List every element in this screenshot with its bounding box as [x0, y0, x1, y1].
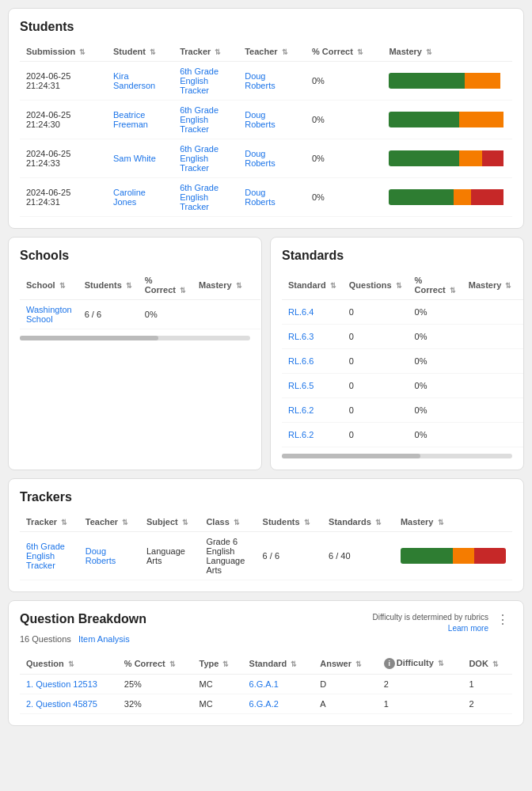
teacher-cell[interactable]: Doug Roberts: [79, 532, 140, 580]
mastery-green: [389, 112, 459, 127]
col-teacher: Teacher ⇅: [238, 42, 306, 62]
mastery-bar: [469, 354, 524, 368]
sort-icon: ⇅: [330, 282, 336, 290]
student-cell[interactable]: Caroline Jones: [107, 178, 173, 217]
table-row: 6th Grade English Tracker Doug Roberts L…: [20, 532, 512, 580]
col-pct-correct: % Correct ⇅: [118, 653, 193, 675]
standard-cell[interactable]: RL.6.2: [282, 423, 343, 447]
standard-cell[interactable]: RL.6.6: [282, 349, 343, 374]
standard-cell[interactable]: RL.6.4: [282, 300, 343, 325]
mastery-cell: [462, 325, 524, 349]
mastery-bar: [199, 307, 254, 321]
mastery-green: [389, 73, 465, 89]
scrollbar-track[interactable]: [282, 454, 512, 458]
trackers-table: Tracker ⇅ Teacher ⇅ Subject ⇅ Class ⇅ St…: [20, 512, 512, 580]
school-cell[interactable]: Washington School: [20, 300, 78, 329]
qb-subtitle: 16 Questions Item Analysis: [20, 634, 146, 644]
mastery-cell: [462, 374, 524, 398]
item-analysis-link[interactable]: Item Analysis: [78, 634, 130, 644]
mastery-orange: [459, 150, 483, 166]
student-cell[interactable]: Kira Sanderson: [107, 62, 173, 101]
dok-cell: 2: [462, 694, 512, 714]
standard-cell[interactable]: RL.6.2: [282, 398, 343, 423]
tracker-cell[interactable]: 6th Grade English Tracker: [173, 139, 238, 178]
scrollbar-track[interactable]: [20, 336, 250, 340]
teacher-cell[interactable]: Doug Roberts: [238, 139, 306, 178]
mastery-bar: [469, 403, 524, 417]
mastery-bar: [469, 428, 524, 442]
dok-cell: 1: [462, 675, 512, 694]
scrollbar-thumb: [20, 336, 158, 340]
sort-icon: ⇅: [450, 287, 456, 295]
pct-correct-cell: 0%: [139, 300, 192, 329]
teacher-cell[interactable]: Doug Roberts: [238, 178, 306, 217]
col-school: School ⇅: [20, 271, 78, 300]
teacher-cell[interactable]: Doug Roberts: [238, 101, 306, 139]
mastery-bar: [389, 112, 506, 127]
student-cell[interactable]: Beatrice Freeman: [107, 101, 173, 139]
tracker-cell[interactable]: 6th Grade English Tracker: [20, 532, 79, 580]
diff-learn-more[interactable]: Learn more: [372, 623, 488, 634]
table-row: 1. Question 12513 25% MC 6.G.A.1 D 2 1: [20, 675, 512, 694]
pct-correct-cell: 25%: [118, 675, 193, 694]
trackers-card: Trackers Tracker ⇅ Teacher ⇅ Subject ⇅ C…: [8, 478, 524, 592]
col-mastery: Mastery ⇅: [462, 271, 524, 300]
sort-icon: ⇅: [150, 48, 156, 56]
mastery-red: [471, 189, 504, 205]
col-submission: Submission ⇅: [20, 42, 107, 62]
pct-correct-cell: 0%: [408, 423, 462, 447]
schools-title: Schools: [20, 249, 250, 263]
qb-title: Question Breakdown: [20, 612, 146, 626]
mastery-cell: [192, 300, 260, 329]
standard-cell[interactable]: RL.6.5: [282, 374, 343, 398]
mastery-cell: [394, 532, 512, 580]
tracker-cell[interactable]: 6th Grade English Tracker: [173, 178, 238, 217]
difficulty-cell: 1: [378, 694, 463, 714]
sort-icon: ⇅: [375, 519, 382, 527]
sort-icon: ⇅: [438, 519, 444, 527]
sort-icon: ⇅: [492, 660, 499, 668]
sort-icon: ⇅: [182, 519, 188, 527]
more-options-button[interactable]: ⋮: [493, 612, 512, 627]
student-cell[interactable]: Sam White: [107, 139, 173, 178]
tracker-cell[interactable]: 6th Grade English Tracker: [173, 101, 238, 139]
difficulty-note: Difficulty is determined by rubrics Lear…: [372, 612, 488, 634]
sort-icon: ⇅: [426, 48, 432, 56]
mastery-cell: [462, 398, 524, 423]
teacher-cell[interactable]: Doug Roberts: [238, 62, 306, 101]
sort-icon: ⇅: [304, 519, 310, 527]
standard-cell[interactable]: RL.6.3: [282, 325, 343, 349]
standard-cell[interactable]: 6.G.A.2: [243, 694, 314, 714]
mastery-green: [469, 329, 524, 344]
students-table: Submission ⇅ Student ⇅ Tracker ⇅ Teacher…: [20, 42, 512, 217]
schools-card: Schools School ⇅ Students ⇅ %Correct ⇅ M…: [8, 237, 262, 470]
scrollbar-thumb: [282, 454, 420, 458]
pct-correct-cell: 0%: [306, 139, 382, 178]
questions-cell: 0: [343, 423, 408, 447]
table-row: RL.6.4 0 0%: [282, 300, 524, 325]
table-row: 2024-06-25 21:24:33 Sam White 6th Grade …: [20, 139, 512, 178]
tracker-cell[interactable]: 6th Grade English Tracker: [173, 62, 238, 101]
students-title: Students: [20, 20, 512, 34]
question-cell[interactable]: 2. Question 45875: [20, 694, 118, 714]
mastery-cell: [462, 423, 524, 447]
sort-icon: ⇅: [282, 48, 288, 56]
pct-correct-cell: 32%: [118, 694, 193, 714]
subject-cell: Language Arts: [140, 532, 200, 580]
col-teacher: Teacher ⇅: [79, 512, 140, 532]
sort-icon: ⇅: [68, 660, 74, 668]
col-type: Type ⇅: [193, 653, 243, 675]
col-tracker: Tracker ⇅: [20, 512, 79, 532]
sort-icon: ⇅: [215, 48, 221, 56]
submission-cell: 2024-06-25 21:24:31: [20, 178, 107, 217]
question-cell[interactable]: 1. Question 12513: [20, 675, 118, 694]
info-icon: i: [384, 658, 395, 669]
mastery-green: [469, 428, 524, 442]
standard-cell[interactable]: 6.G.A.1: [243, 675, 314, 694]
standards-title: Standards: [282, 249, 512, 263]
questions-cell: 0: [343, 374, 408, 398]
sort-icon: ⇅: [234, 519, 240, 527]
question-breakdown-card: Question Breakdown 16 Questions Item Ana…: [8, 600, 524, 726]
table-row: 2024-06-25 21:24:31 Caroline Jones 6th G…: [20, 178, 512, 217]
mastery-bar: [469, 329, 524, 344]
